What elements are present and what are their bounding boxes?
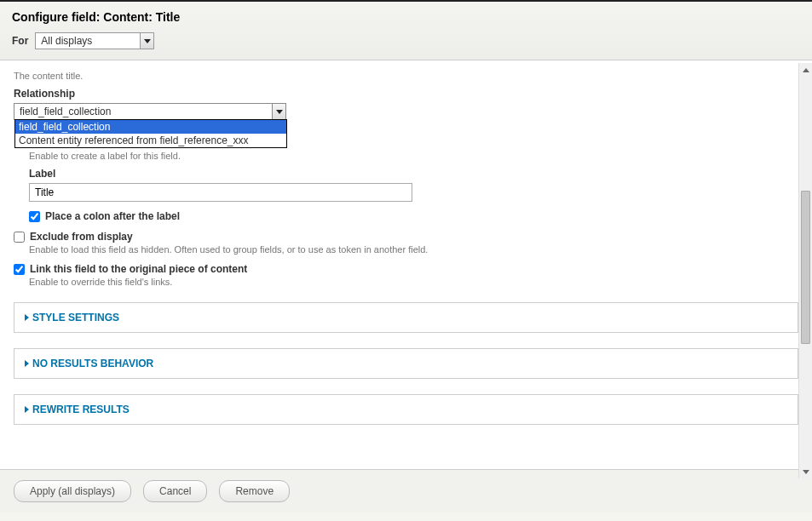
caret-right-icon: [25, 314, 29, 321]
relationship-option[interactable]: Content entity referenced from field_ref…: [15, 134, 286, 147]
exclude-label: Exclude from display: [30, 231, 133, 243]
scroll-down-icon[interactable]: [799, 465, 812, 478]
rewrite-results-legend[interactable]: REWRITE RESULTS: [25, 404, 787, 415]
scrollbar-thumb[interactable]: [801, 191, 810, 344]
dialog-title: Configure field: Content: Title: [12, 10, 800, 24]
caret-right-icon: [25, 406, 29, 413]
colon-checkbox[interactable]: [29, 211, 40, 222]
no-results-legend[interactable]: NO RESULTS BEHAVIOR: [25, 358, 787, 369]
label-input[interactable]: [29, 183, 412, 202]
exclude-checkbox[interactable]: [14, 232, 25, 243]
dialog-footer: Apply (all displays) Cancel Remove: [0, 469, 812, 512]
exclude-help: Enable to load this field as hidden. Oft…: [29, 244, 798, 255]
style-settings-legend[interactable]: STYLE SETTINGS: [25, 312, 787, 323]
scroll-up-icon[interactable]: [799, 63, 812, 77]
scrollbar[interactable]: [798, 63, 812, 478]
apply-button[interactable]: Apply (all displays): [14, 480, 131, 502]
link-checkbox-row: Link this field to the original piece of…: [14, 263, 798, 275]
exclude-checkbox-row: Exclude from display: [14, 231, 798, 243]
label-field-label: Label: [29, 168, 798, 180]
for-select-value: All displays: [36, 33, 140, 49]
relationship-select[interactable]: field_field_collection field_field_colle…: [14, 103, 286, 120]
for-select[interactable]: All displays: [35, 32, 154, 49]
no-results-label: NO RESULTS BEHAVIOR: [32, 358, 153, 369]
style-settings-label: STYLE SETTINGS: [32, 312, 119, 323]
relationship-option[interactable]: field_field_collection: [15, 120, 286, 134]
dialog-content: The content title. Relationship field_fi…: [0, 60, 812, 469]
caret-right-icon: [25, 360, 29, 367]
create-label-help: Enable to create a label for this field.: [29, 151, 798, 161]
for-row: For All displays: [12, 32, 800, 49]
rewrite-results-fieldset[interactable]: REWRITE RESULTS: [14, 394, 798, 425]
colon-label: Place a colon after the label: [45, 210, 180, 222]
dialog-header: Configure field: Content: Title For All …: [0, 2, 812, 60]
chevron-down-icon[interactable]: [140, 33, 153, 49]
colon-checkbox-row: Place a colon after the label: [29, 210, 798, 222]
style-settings-fieldset[interactable]: STYLE SETTINGS: [14, 302, 798, 333]
label-section: Enable to create a label for this field.…: [29, 151, 798, 222]
for-label: For: [12, 35, 28, 47]
link-checkbox[interactable]: [14, 264, 25, 275]
relationship-dropdown: field_field_collection Content entity re…: [14, 119, 287, 148]
no-results-fieldset[interactable]: NO RESULTS BEHAVIOR: [14, 348, 798, 379]
chevron-down-icon[interactable]: [272, 104, 285, 119]
link-label: Link this field to the original piece of…: [30, 263, 247, 275]
link-help: Enable to override this field's links.: [29, 277, 798, 287]
relationship-value: field_field_collection: [14, 104, 272, 119]
content-description: The content title.: [14, 71, 798, 81]
cancel-button[interactable]: Cancel: [143, 480, 207, 502]
rewrite-results-label: REWRITE RESULTS: [32, 404, 130, 415]
relationship-label: Relationship: [14, 88, 798, 100]
remove-button[interactable]: Remove: [219, 480, 290, 502]
